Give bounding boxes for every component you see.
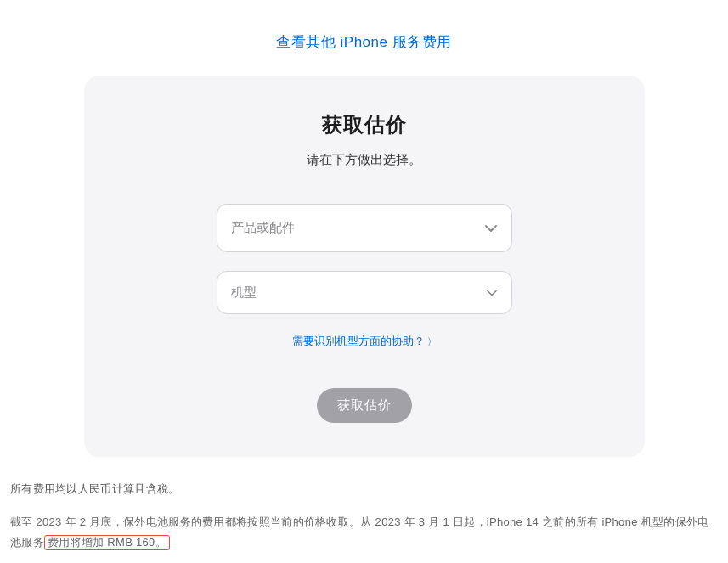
view-other-fees-link[interactable]: 查看其他 iPhone 服务费用	[276, 34, 451, 50]
identify-model-help-link[interactable]: 需要识别机型方面的协助？〉	[292, 335, 437, 347]
footnote-price-change: 截至 2023 年 2 月底，保外电池服务的费用都将按照当前的价格收取。从 20…	[10, 512, 718, 554]
estimate-card: 获取估价 请在下方做出选择。 产品或配件 机型 需要识别机型方面的协助？〉 获取…	[84, 76, 645, 457]
card-subtitle: 请在下方做出选择。	[118, 152, 611, 168]
footnotes: 所有费用均以人民币计算且含税。 截至 2023 年 2 月底，保外电池服务的费用…	[8, 479, 720, 554]
page-container: 查看其他 iPhone 服务费用 获取估价 请在下方做出选择。 产品或配件 机型…	[0, 0, 728, 554]
get-estimate-button[interactable]: 获取估价	[317, 388, 412, 423]
help-link-container: 需要识别机型方面的协助？〉	[118, 333, 611, 349]
footnote-currency: 所有费用均以人民币计算且含税。	[10, 479, 718, 500]
model-select[interactable]: 机型	[217, 271, 512, 314]
product-select[interactable]: 产品或配件	[217, 204, 512, 252]
card-title: 获取估价	[118, 111, 611, 138]
product-select-wrap: 产品或配件	[217, 204, 512, 252]
top-link-container: 查看其他 iPhone 服务费用	[8, 0, 720, 76]
chevron-right-icon: 〉	[427, 336, 437, 346]
model-select-wrap: 机型	[217, 271, 512, 314]
help-link-text: 需要识别机型方面的协助？	[292, 335, 425, 347]
price-highlight: 费用将增加 RMB 169。	[44, 535, 170, 550]
